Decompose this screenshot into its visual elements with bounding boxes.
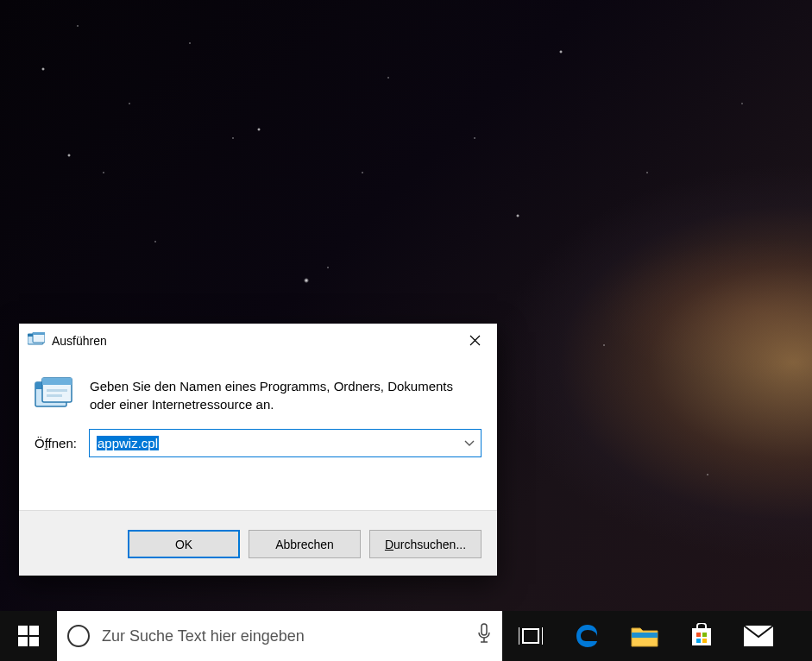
svg-rect-19 (523, 629, 538, 643)
task-view-button[interactable] (502, 611, 559, 661)
dialog-description: Geben Sie den Namen eines Programms, Ord… (90, 377, 482, 413)
dropdown-button[interactable] (458, 440, 481, 447)
run-title-icon (28, 332, 45, 349)
task-view-icon (519, 626, 543, 646)
input-row: Öffnen: appwiz.cpl (19, 422, 497, 457)
svg-rect-25 (702, 639, 707, 643)
close-button[interactable] (452, 324, 497, 358)
folder-icon (630, 624, 659, 648)
titlebar[interactable]: Ausführen (19, 324, 497, 358)
taskbar: Zur Suche Text hier eingeben (0, 611, 812, 661)
svg-rect-9 (47, 394, 62, 397)
browse-button[interactable]: Durchsuchen... (369, 530, 482, 558)
ok-button[interactable]: OK (128, 530, 240, 558)
taskbar-search[interactable]: Zur Suche Text hier eingeben (57, 611, 502, 661)
microphone-icon[interactable] (476, 623, 492, 649)
store-icon (689, 623, 714, 649)
edge-icon (574, 622, 601, 650)
store-button[interactable] (673, 611, 730, 661)
open-input[interactable]: appwiz.cpl (90, 430, 159, 456)
run-large-icon (35, 377, 72, 413)
chevron-down-icon (464, 440, 475, 447)
button-row: OK Abbrechen Durchsuchen... (19, 510, 497, 576)
mail-icon (743, 625, 774, 647)
cortana-icon (67, 625, 90, 647)
file-explorer-button[interactable] (616, 611, 673, 661)
svg-rect-20 (632, 633, 658, 638)
svg-rect-3 (33, 332, 45, 335)
open-label: Öffnen: (35, 436, 77, 450)
cancel-button[interactable]: Abbrechen (249, 530, 361, 558)
open-combobox[interactable]: appwiz.cpl (89, 429, 482, 457)
svg-rect-22 (696, 633, 701, 637)
dialog-content: Geben Sie den Namen eines Programms, Ord… (19, 358, 497, 422)
svg-rect-14 (482, 624, 487, 635)
edge-button[interactable] (559, 611, 616, 661)
windows-logo-icon (18, 626, 39, 646)
run-dialog: Ausführen Geben Sie den Namen eines Prog… (19, 324, 497, 576)
start-button[interactable] (0, 611, 57, 661)
close-icon (469, 335, 481, 346)
svg-rect-21 (692, 628, 711, 645)
svg-rect-23 (702, 633, 707, 637)
search-placeholder: Zur Suche Text hier eingeben (102, 627, 464, 645)
taskbar-icons (502, 611, 787, 661)
svg-rect-11 (29, 626, 39, 635)
svg-rect-10 (18, 626, 28, 635)
svg-rect-13 (29, 637, 39, 646)
svg-rect-24 (696, 639, 701, 643)
svg-rect-7 (42, 378, 72, 385)
dialog-title: Ausführen (52, 334, 452, 348)
svg-rect-8 (47, 389, 67, 392)
svg-rect-12 (18, 637, 28, 646)
mail-button[interactable] (730, 611, 787, 661)
